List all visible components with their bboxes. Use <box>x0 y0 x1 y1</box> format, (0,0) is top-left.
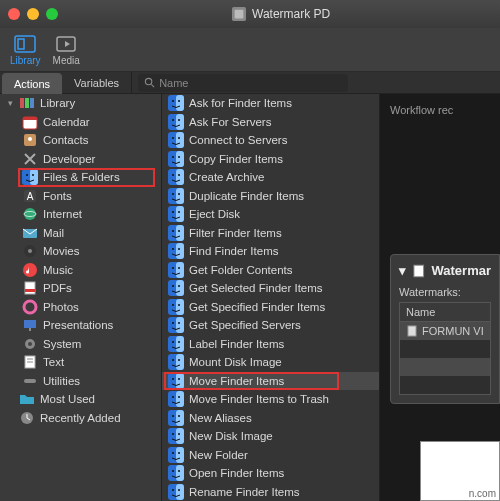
search-input[interactable]: Name <box>138 74 348 92</box>
action-item[interactable]: Get Specified Servers <box>162 316 379 335</box>
finder-icon <box>168 151 184 167</box>
svg-rect-63 <box>176 206 184 222</box>
svg-point-65 <box>178 211 180 213</box>
svg-rect-103 <box>176 391 184 407</box>
svg-rect-26 <box>25 282 35 294</box>
table-row[interactable]: FORMUN VI <box>400 322 490 340</box>
svg-point-117 <box>178 452 180 454</box>
category-contacts[interactable]: Contacts <box>0 131 161 150</box>
svg-point-28 <box>24 301 36 313</box>
actions-list[interactable]: Ask for Finder ItemsAsk For ServersConne… <box>162 94 380 501</box>
svg-point-112 <box>172 433 174 435</box>
tab-actions[interactable]: Actions <box>2 73 62 94</box>
action-item[interactable]: Connect to Servers <box>162 131 379 150</box>
action-item[interactable]: New Aliases <box>162 409 379 428</box>
category-system[interactable]: System <box>0 335 161 354</box>
svg-rect-127 <box>408 326 416 336</box>
action-item[interactable]: Label Finder Items <box>162 335 379 354</box>
action-item[interactable]: Find Finder Items <box>162 242 379 261</box>
action-item[interactable]: Get Folder Contents <box>162 261 379 280</box>
category-movies[interactable]: Movies <box>0 242 161 261</box>
most-used[interactable]: Most Used <box>0 390 161 409</box>
library-root[interactable]: ▾Library <box>0 94 161 113</box>
svg-rect-8 <box>25 98 29 108</box>
category-presentations[interactable]: Presentations <box>0 316 161 335</box>
svg-rect-11 <box>23 117 37 120</box>
svg-point-13 <box>28 137 32 141</box>
table-header-name: Name <box>400 303 490 322</box>
category-icon <box>22 206 38 222</box>
action-item[interactable]: New Disk Image <box>162 427 379 446</box>
svg-point-88 <box>172 322 174 324</box>
tab-variables[interactable]: Variables <box>62 72 132 93</box>
action-label: Eject Disk <box>189 208 240 220</box>
zoom-button[interactable] <box>46 8 58 20</box>
action-label: Copy Finder Items <box>189 153 283 165</box>
svg-point-101 <box>178 378 180 380</box>
category-text[interactable]: Text <box>0 353 161 372</box>
action-item[interactable]: Mount Disk Image <box>162 353 379 372</box>
action-item[interactable]: Eject Disk <box>162 205 379 224</box>
category-label: Utilities <box>43 375 80 387</box>
action-item[interactable]: New Folder <box>162 446 379 465</box>
action-item[interactable]: Get Selected Finder Items <box>162 279 379 298</box>
svg-rect-119 <box>176 465 184 481</box>
action-item[interactable]: Filter Finder Items <box>162 224 379 243</box>
category-label: Fonts <box>43 190 72 202</box>
minimize-button[interactable] <box>27 8 39 20</box>
category-photos[interactable]: Photos <box>0 298 161 317</box>
category-label: Photos <box>43 301 79 313</box>
category-utilities[interactable]: Utilities <box>0 372 161 391</box>
action-label: Filter Finder Items <box>189 227 282 239</box>
finder-icon <box>168 188 184 204</box>
media-toolbar-button[interactable]: Media <box>53 35 80 66</box>
category-music[interactable]: Music <box>0 261 161 280</box>
svg-rect-123 <box>176 484 184 500</box>
action-item[interactable]: Copy Finder Items <box>162 150 379 169</box>
close-button[interactable] <box>8 8 20 20</box>
action-item[interactable]: Get Specified Finder Items <box>162 298 379 317</box>
category-mail[interactable]: Mail <box>0 224 161 243</box>
category-fonts[interactable]: AFonts <box>0 187 161 206</box>
category-list[interactable]: ▾LibraryCalendarContactsDeveloperFiles &… <box>0 94 162 501</box>
watermarks-table[interactable]: Name FORMUN VI <box>399 302 491 395</box>
category-label: PDFs <box>43 282 72 294</box>
svg-point-81 <box>178 285 180 287</box>
svg-point-92 <box>172 341 174 343</box>
action-item[interactable]: Create Archive <box>162 168 379 187</box>
finder-icon <box>168 484 184 500</box>
action-label: New Aliases <box>189 412 252 424</box>
workflow-area[interactable]: Workflow rec ▾ Watermar Watermarks: Name… <box>380 94 500 501</box>
table-row[interactable] <box>400 358 490 376</box>
action-label: Create Archive <box>189 171 264 183</box>
category-developer[interactable]: Developer <box>0 150 161 169</box>
category-files-folders[interactable]: Files & Folders <box>0 168 161 187</box>
svg-point-96 <box>172 359 174 361</box>
finder-icon <box>168 428 184 444</box>
recently-added[interactable]: Recently Added <box>0 409 161 428</box>
action-item[interactable]: Move Finder Items <box>162 372 379 391</box>
table-row[interactable] <box>400 376 490 394</box>
action-item[interactable]: Open Finder Items <box>162 464 379 483</box>
table-row[interactable] <box>400 340 490 358</box>
action-item[interactable]: Ask For Servers <box>162 113 379 132</box>
automator-icon <box>232 7 246 21</box>
svg-point-32 <box>28 342 32 346</box>
category-internet[interactable]: Internet <box>0 205 161 224</box>
action-item[interactable]: Ask for Finder Items <box>162 94 379 113</box>
action-item[interactable]: Duplicate Finder Items <box>162 187 379 206</box>
action-item[interactable]: Rename Finder Items <box>162 483 379 502</box>
category-pdfs[interactable]: PDFs <box>0 279 161 298</box>
category-label: Text <box>43 356 64 368</box>
action-item[interactable]: Move Finder Items to Trash <box>162 390 379 409</box>
svg-rect-51 <box>176 151 184 167</box>
svg-point-49 <box>178 137 180 139</box>
category-calendar[interactable]: Calendar <box>0 113 161 132</box>
library-toolbar-button[interactable]: Library <box>10 35 41 66</box>
action-label: Move Finder Items <box>189 375 284 387</box>
workflow-label: Workflow rec <box>380 94 500 126</box>
disclosure-icon[interactable]: ▾ <box>399 263 406 278</box>
watermarks-label: Watermarks: <box>399 286 491 298</box>
document-icon <box>412 264 426 278</box>
library-icon <box>14 35 36 53</box>
